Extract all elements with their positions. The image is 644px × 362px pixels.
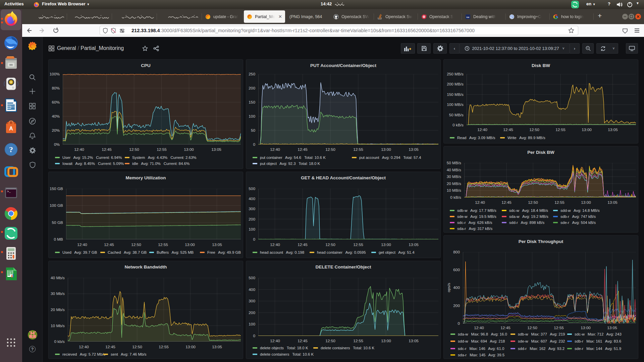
svg-text:>_: >_ [7,190,11,193]
svg-text:?: ? [9,145,13,154]
svg-text:A: A [9,126,13,131]
svg-text:vv: vv [467,15,470,18]
